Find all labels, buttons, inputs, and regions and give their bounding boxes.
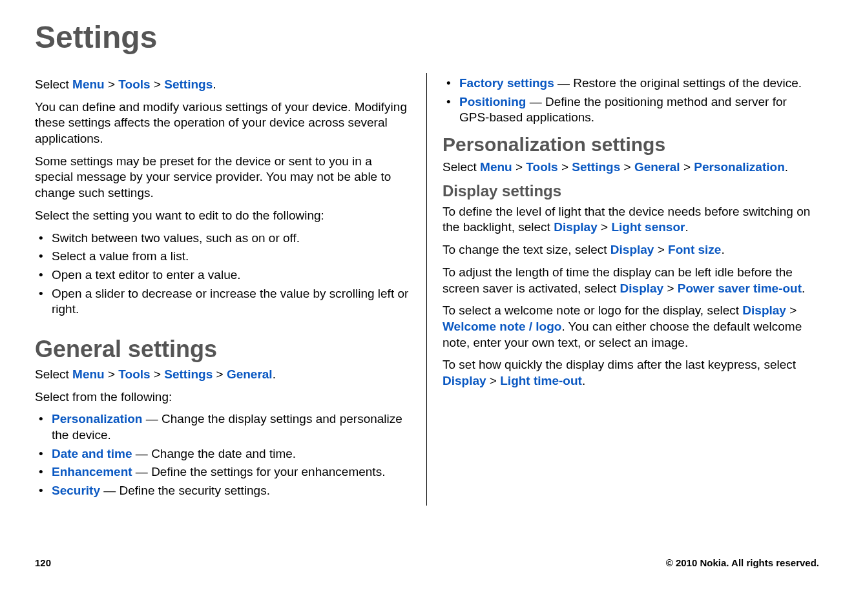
breadcrumb-link[interactable]: Welcome note / logo <box>443 320 561 333</box>
breadcrumb-sep: > <box>151 367 165 381</box>
breadcrumb-sep: > <box>786 303 797 317</box>
page-container: Settings Select Menu > Tools > Settings.… <box>0 0 854 588</box>
list-item: Security — Define the security settings. <box>35 483 411 499</box>
select-following: Select from the following: <box>35 389 411 406</box>
breadcrumb-sep: > <box>105 77 119 91</box>
breadcrumb-sep: > <box>486 374 501 387</box>
general-items-list-cont: Factory settings — Restore the original … <box>443 76 819 126</box>
breadcrumb-sep: > <box>213 367 227 381</box>
breadcrumb-link[interactable]: Menu <box>72 77 105 91</box>
intro-p2: Some settings may be preset for the devi… <box>35 154 411 201</box>
breadcrumb-link[interactable]: Tools <box>526 160 557 174</box>
display-p1: To define the level of light that the de… <box>443 204 819 236</box>
display-p3: To adjust the length of time the display… <box>443 265 819 296</box>
breadcrumb-sep: > <box>663 282 678 295</box>
general-items-list: Personalization — Change the display set… <box>35 411 411 498</box>
select-label: Select <box>443 160 480 174</box>
text-run: To select a welcome note or logo for the… <box>443 303 742 317</box>
right-column: Factory settings — Restore the original … <box>427 73 819 506</box>
breadcrumb-link[interactable]: Personalization <box>694 160 784 174</box>
item-desc: — Restore the original settings of the d… <box>554 76 802 90</box>
breadcrumb-link[interactable]: Display <box>610 243 654 256</box>
personalization-select-path: Select Menu > Tools > Settings > General… <box>443 159 819 176</box>
item-desc: — Define the settings for your enhanceme… <box>132 465 386 478</box>
breadcrumb-link[interactable]: Tools <box>118 77 150 91</box>
breadcrumb-sep: > <box>598 220 612 234</box>
list-item: Open a text editor to enter a value. <box>35 267 411 283</box>
list-item: Personalization — Change the display set… <box>35 411 411 443</box>
item-link[interactable]: Personalization <box>52 412 142 426</box>
content-columns: Select Menu > Tools > Settings. You can … <box>35 73 819 506</box>
breadcrumb-link[interactable]: Power saver time-out <box>678 282 802 295</box>
list-item: Enhancement — Define the settings for yo… <box>35 464 411 480</box>
item-link[interactable]: Positioning <box>459 95 526 108</box>
item-link[interactable]: Enhancement <box>52 465 132 478</box>
list-item: Switch between two values, such as on or… <box>35 231 411 247</box>
general-select-path: Select Menu > Tools > Settings > General… <box>35 367 411 383</box>
page-title: Settings <box>35 19 819 55</box>
breadcrumb-link[interactable]: Display <box>620 282 664 295</box>
breadcrumb-link[interactable]: Light sensor <box>611 220 685 234</box>
breadcrumb-link[interactable]: Display <box>554 220 598 234</box>
item-link[interactable]: Security <box>52 484 100 497</box>
page-footer: 120 © 2010 Nokia. All rights reserved. <box>35 557 819 568</box>
item-desc: — Change the date and time. <box>132 447 297 460</box>
breadcrumb-link[interactable]: General <box>227 367 273 381</box>
breadcrumb-sep: > <box>512 160 526 174</box>
display-p5: To set how quickly the display dims afte… <box>443 357 819 389</box>
breadcrumb-sep: > <box>105 367 119 381</box>
item-link[interactable]: Factory settings <box>459 76 554 90</box>
text-run: To set how quickly the display dims afte… <box>443 358 796 371</box>
intro-bullet-list: Switch between two values, such as on or… <box>35 231 411 318</box>
breadcrumb-sep: > <box>680 160 694 174</box>
select-label: Select <box>35 77 72 91</box>
intro-p3: Select the setting you want to edit to d… <box>35 208 411 224</box>
select-label: Select <box>35 367 72 381</box>
list-item: Date and time — Change the date and time… <box>35 446 411 462</box>
breadcrumb-sep: > <box>558 160 572 174</box>
breadcrumb-link[interactable]: Menu <box>72 367 105 381</box>
general-settings-heading: General settings <box>35 336 411 363</box>
left-column: Select Menu > Tools > Settings. You can … <box>35 73 427 506</box>
item-link[interactable]: Date and time <box>52 447 132 460</box>
breadcrumb-link[interactable]: Light time-out <box>500 374 582 387</box>
breadcrumb-sep: > <box>654 243 668 256</box>
list-item: Positioning — Define the positioning met… <box>443 94 819 126</box>
list-item: Select a value from a list. <box>35 249 411 265</box>
breadcrumb-link[interactable]: Font size <box>668 243 721 256</box>
breadcrumb-link[interactable]: Settings <box>572 160 620 174</box>
display-p2: To change the text size, select Display … <box>443 242 819 258</box>
breadcrumb-sep: > <box>151 77 165 91</box>
item-desc: — Define the security settings. <box>100 484 270 497</box>
breadcrumb-link[interactable]: Settings <box>164 367 213 381</box>
text-run: To change the text size, select <box>443 243 610 256</box>
breadcrumb-link[interactable]: Settings <box>164 77 213 91</box>
breadcrumb-link[interactable]: Display <box>742 303 786 317</box>
breadcrumb-link[interactable]: Display <box>443 374 486 387</box>
breadcrumb-link[interactable]: General <box>634 160 680 174</box>
intro-p1: You can define and modify various settin… <box>35 99 411 147</box>
breadcrumb-link[interactable]: Menu <box>480 160 512 174</box>
breadcrumb-link[interactable]: Tools <box>118 367 150 381</box>
display-settings-heading: Display settings <box>443 182 819 200</box>
list-item: Open a slider to decrease or increase th… <box>35 286 411 318</box>
copyright-text: © 2010 Nokia. All rights reserved. <box>666 557 819 568</box>
intro-select-path: Select Menu > Tools > Settings. <box>35 77 411 93</box>
page-number: 120 <box>35 557 51 568</box>
personalization-settings-heading: Personalization settings <box>443 134 819 156</box>
list-item: Factory settings — Restore the original … <box>443 76 819 92</box>
display-p4: To select a welcome note or logo for the… <box>443 303 819 351</box>
breadcrumb-sep: > <box>620 160 634 174</box>
